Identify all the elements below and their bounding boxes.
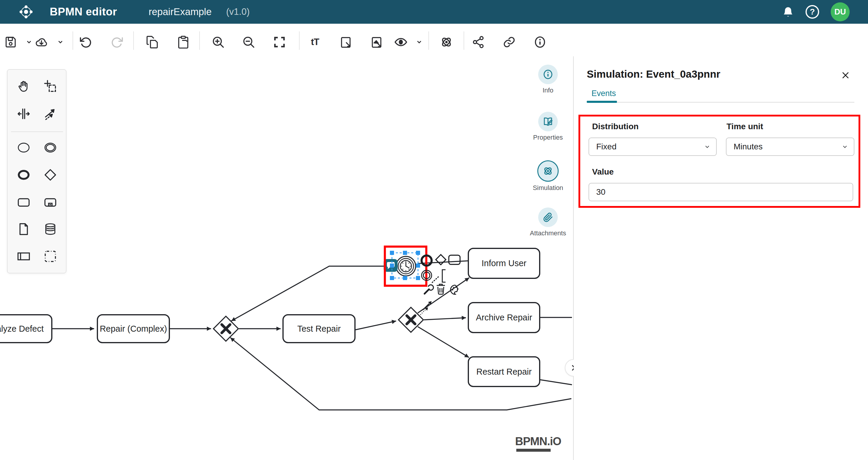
bell-icon [782,6,794,18]
simulation-mode-button[interactable] [437,33,456,52]
value-input[interactable] [589,183,853,201]
bpmn-io-watermark-underline [516,449,551,452]
gateway-1[interactable] [213,316,238,341]
simulation-panel: Simulation: Event_0a3pnnr Events Distrib… [574,56,868,460]
flow-test-gateway2[interactable] [355,321,396,330]
rail-item-info[interactable]: Info [528,65,568,94]
toolbar-separator [199,31,200,50]
time-unit-label: Time unit [726,122,763,131]
close-icon [841,71,850,80]
paste-button[interactable] [174,33,193,52]
tab-events[interactable]: Events [591,89,616,98]
close-panel-button[interactable] [839,69,852,82]
value-label: Value [592,167,614,177]
append-task-icon[interactable] [449,255,460,264]
export-diagram-button[interactable] [337,33,355,52]
app-header: BPMN editor repairExample (v1.0) ? DU [0,0,868,24]
task-label[interactable]: Test Repair [283,315,355,343]
undo-button[interactable] [76,33,95,52]
connect-tool-icon[interactable] [421,301,432,315]
rail-item-simulation[interactable]: Simulation [528,160,568,192]
export-image-button[interactable] [367,33,386,52]
text-annotation-icon[interactable] [442,270,445,282]
copy-button[interactable] [143,33,162,52]
trash-icon[interactable] [437,284,445,294]
notifications-button[interactable] [780,4,796,20]
visibility-options-chevron[interactable] [410,33,429,52]
task-label[interactable]: Analyze Defect [0,315,52,343]
toolbar-separator [464,31,464,50]
tab-underline [587,102,855,103]
simulation-icon [542,165,554,177]
help-button[interactable]: ? [804,4,820,20]
link-button[interactable] [500,33,519,52]
toolbar-separator [428,31,429,50]
app-logo-icon [18,4,34,20]
rail-item-attachments[interactable]: Attachments [528,207,568,237]
document-name[interactable]: repairExample [149,0,212,24]
toolbar: tT [0,24,868,56]
rail-item-properties[interactable]: Properties [528,112,568,141]
flow-gateway2-restart[interactable] [418,327,469,357]
flow-gateway2-archive[interactable] [424,318,466,320]
time-unit-value: Minutes [734,142,763,151]
share-button[interactable] [469,33,488,52]
properties-icon [542,116,554,127]
time-unit-select[interactable]: Minutes [726,138,855,156]
font-size-button[interactable]: tT [306,33,324,52]
panel-title: Simulation: Event_0a3pnnr [587,68,720,80]
info-button[interactable] [530,33,550,52]
fit-viewport-button[interactable] [270,33,289,52]
task-label[interactable]: Archive Repair [468,303,540,333]
append-gateway-icon[interactable] [436,255,446,265]
help-glyph: ? [810,7,815,17]
task-label[interactable]: Repair (Complex) [97,315,169,343]
chevron-down-icon [704,144,710,150]
bpmn-io-watermark[interactable]: BPMN.iO [515,435,561,448]
document-version: (v1.0) [226,0,250,24]
toolbar-separator [72,31,73,50]
flow-timer-gateway1[interactable] [231,266,396,321]
chevron-down-icon [842,144,848,150]
timer-event[interactable] [396,256,416,276]
zoom-out-button[interactable] [239,33,258,52]
zoom-in-button[interactable] [209,33,228,52]
save-button[interactable] [1,33,20,52]
association-icon[interactable] [432,276,439,283]
rail-label: Info [528,87,568,94]
toolbar-separator [299,31,300,50]
task-label[interactable]: Restart Repair [468,357,540,386]
rail-label: Simulation [528,184,568,192]
info-icon [542,69,554,80]
paperclip-icon [542,212,554,223]
rail-label: Attachments [528,229,568,237]
toolbar-separator [133,31,134,50]
visibility-button[interactable] [391,33,410,52]
distribution-value: Fixed [596,142,616,151]
rail-label: Properties [528,134,568,141]
task-label[interactable]: Inform User [468,248,540,278]
cloud-export-options-chevron[interactable] [51,33,70,52]
distribution-select[interactable]: Fixed [589,138,717,156]
redo-button[interactable] [107,33,126,52]
flow-restart-out[interactable] [540,380,572,385]
font-size-icon: tT [311,37,319,48]
help-icon: ? [806,5,819,19]
avatar[interactable]: DU [831,2,850,21]
tab-active-indicator [587,101,617,103]
app-title: BPMN editor [50,0,117,24]
cloud-export-button[interactable] [32,33,51,52]
distribution-label: Distribution [592,122,639,131]
